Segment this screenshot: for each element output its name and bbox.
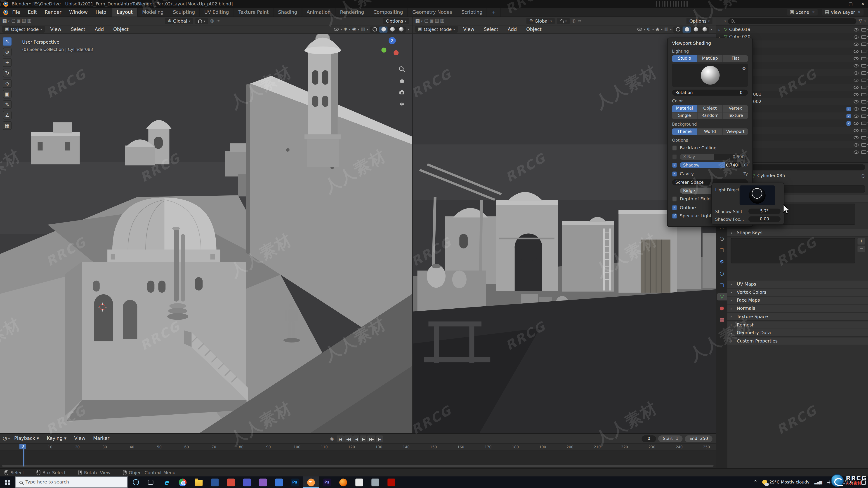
playback-next-keyframe-button[interactable]: ▶▶: [367, 435, 375, 442]
transform-orientation-dropdown[interactable]: ⊕Global▾: [526, 18, 555, 24]
camera-visibility-toggle[interactable]: [862, 93, 866, 96]
color-random-button[interactable]: Random: [698, 112, 723, 119]
timeline-editor[interactable]: ◔▾ Playback ▾Keying ▾ViewMarker ◉|◀◀◀◀▶▶…: [0, 433, 716, 468]
mode-dropdown[interactable]: ▣Object Mode▾: [415, 26, 458, 33]
select-box-tool[interactable]: ↖: [3, 37, 11, 46]
shading-popover-caret-icon[interactable]: ▾: [711, 28, 712, 31]
hide-eye-toggle[interactable]: [854, 136, 859, 139]
dof-checkbox[interactable]: [672, 196, 677, 201]
playback-jump-start-button[interactable]: |◀: [337, 435, 344, 442]
color-material-button[interactable]: Material: [672, 105, 698, 111]
specular-checkbox[interactable]: [672, 214, 677, 219]
annotate-tool[interactable]: ✎: [3, 100, 11, 109]
viewport-menu-object[interactable]: Object: [522, 25, 546, 34]
menu-file[interactable]: File: [8, 7, 24, 17]
workspace-tab-layout[interactable]: Layout: [112, 8, 138, 17]
xray-slider[interactable]: X-Ray 0.500: [680, 154, 748, 160]
hide-eye-toggle[interactable]: [854, 78, 859, 82]
panel-custom-properties[interactable]: ▸Custom Properties: [727, 337, 868, 345]
navigation-gizmo[interactable]: Z: [380, 37, 403, 60]
workspace-tab-sculpting[interactable]: Sculpting: [168, 8, 200, 17]
filter-caret-icon[interactable]: ▾: [864, 20, 866, 23]
proportional-edit-icon[interactable]: ◎: [572, 19, 576, 23]
shading-solid-button[interactable]: [379, 26, 388, 32]
header-tool-icon[interactable]: ▥: [440, 19, 444, 23]
hide-eye-toggle[interactable]: [854, 129, 859, 132]
overlays-icon[interactable]: ◉: [655, 27, 659, 32]
playback-play-reverse-button[interactable]: ◀: [353, 435, 360, 442]
object-data-properties-tab[interactable]: ▽: [717, 293, 727, 300]
hide-eye-toggle[interactable]: [854, 107, 859, 110]
taskbar-app-app-gray[interactable]: [367, 477, 383, 488]
camera-visibility-toggle[interactable]: [862, 86, 866, 89]
workspace-tab-geometry-nodes[interactable]: Geometry Nodes: [408, 8, 457, 17]
outliner-item-cube-019[interactable]: ▸▽Cube.019: [716, 26, 868, 33]
camera-visibility-toggle[interactable]: [862, 28, 866, 31]
camera-visibility-toggle[interactable]: [862, 100, 866, 103]
header-tool-icon[interactable]: ▣: [17, 19, 21, 23]
menu-help[interactable]: Help: [92, 7, 110, 17]
shape-keys-list[interactable]: [731, 238, 855, 263]
outliner-search-field[interactable]: [728, 18, 857, 24]
panel-geometry-data[interactable]: ▸Geometry Data: [727, 329, 868, 337]
timeline-menu-view[interactable]: View: [70, 434, 89, 443]
taskbar-app-firefox[interactable]: [335, 477, 351, 488]
taskbar-app-teams[interactable]: [239, 477, 255, 488]
panel-vertex-colors[interactable]: ▸Vertex Colors: [727, 289, 868, 296]
shading-mat-button[interactable]: [691, 26, 700, 32]
panel-face-maps[interactable]: ▸Face Maps: [727, 297, 868, 304]
unlink-scene-icon[interactable]: ✕: [812, 10, 815, 14]
timeline-editor-type[interactable]: ◔▾: [3, 436, 10, 441]
hide-eye-toggle[interactable]: [854, 122, 859, 125]
workspace-tab-rendering[interactable]: Rendering: [336, 8, 369, 17]
hide-eye-toggle[interactable]: [854, 50, 859, 53]
viewport-menu-select[interactable]: Select: [67, 25, 89, 34]
hide-eye-toggle[interactable]: [854, 150, 859, 154]
taskbar-app-app-red[interactable]: [222, 477, 239, 488]
taskbar-app-file-explorer[interactable]: [190, 477, 206, 488]
mode-dropdown[interactable]: ▣Object Mode▾: [2, 26, 45, 33]
remove-item-button[interactable]: −: [857, 246, 865, 252]
xray-checkbox[interactable]: [672, 154, 677, 159]
axis-x-handle[interactable]: [394, 51, 399, 55]
header-tool-icon[interactable]: ▤: [435, 19, 439, 23]
add-workspace-button[interactable]: +: [487, 8, 501, 17]
viewport-menu-object[interactable]: Object: [110, 25, 132, 34]
viewport-3d-left[interactable]: ▦▾▢▣▤▥⊕Global▾▾◎≈Options▾ ▣Object Mode▾V…: [0, 17, 412, 433]
panel-shape-keys[interactable]: ▾ Shape Keys: [727, 229, 868, 237]
hide-eye-toggle[interactable]: [854, 28, 859, 31]
exclude-checkbox[interactable]: ✓: [846, 121, 851, 125]
editor-type-selector[interactable]: ▦▾: [2, 19, 10, 24]
workspace-tab-texture-paint[interactable]: Texture Paint: [234, 8, 274, 17]
transform-tool[interactable]: ▣: [3, 90, 11, 98]
options-dropdown[interactable]: Options▾: [383, 18, 409, 24]
shadow-shift-field[interactable]: 5.7°: [748, 208, 780, 214]
minimize-button[interactable]: ─: [837, 1, 840, 6]
color-texture-button[interactable]: Texture: [723, 112, 748, 119]
outliner-editor-type[interactable]: ≡▾: [719, 19, 726, 24]
menu-edit[interactable]: Edit: [24, 7, 41, 17]
shadow-focus-field[interactable]: 0.00: [748, 217, 780, 222]
studiolight-preview[interactable]: ⚙: [672, 64, 748, 87]
modifiers-properties-tab[interactable]: ⚙: [717, 258, 727, 266]
playback-jump-end-button[interactable]: ▶|: [376, 435, 383, 442]
breadcrumb-data[interactable]: Cylinder.085: [757, 173, 785, 178]
playback-auto-key-button[interactable]: ◉: [328, 435, 336, 442]
header-tool-icon[interactable]: ▢: [11, 19, 16, 23]
visibility-eye-icon[interactable]: [637, 28, 642, 31]
exclude-checkbox[interactable]: ✓: [846, 113, 851, 118]
tray-chevron-icon[interactable]: ^: [753, 480, 757, 485]
rotation-slider[interactable]: Rotation 0°: [672, 90, 748, 96]
panel-normals[interactable]: ▸Normals: [727, 305, 868, 313]
hide-eye-toggle[interactable]: [854, 42, 859, 46]
camera-visibility-toggle[interactable]: [862, 122, 866, 125]
camera-visibility-toggle[interactable]: [862, 71, 866, 74]
zoom-icon[interactable]: [399, 66, 405, 72]
move-tool[interactable]: +: [3, 58, 11, 67]
workspace-tab-modeling[interactable]: Modeling: [138, 8, 168, 17]
options-dropdown[interactable]: Options▾: [687, 18, 712, 24]
color-single-button[interactable]: Single: [672, 112, 698, 119]
hide-eye-toggle[interactable]: [854, 86, 859, 89]
timeline-menu-marker[interactable]: Marker: [89, 434, 113, 443]
taskbar-app-chrome[interactable]: [174, 477, 190, 488]
